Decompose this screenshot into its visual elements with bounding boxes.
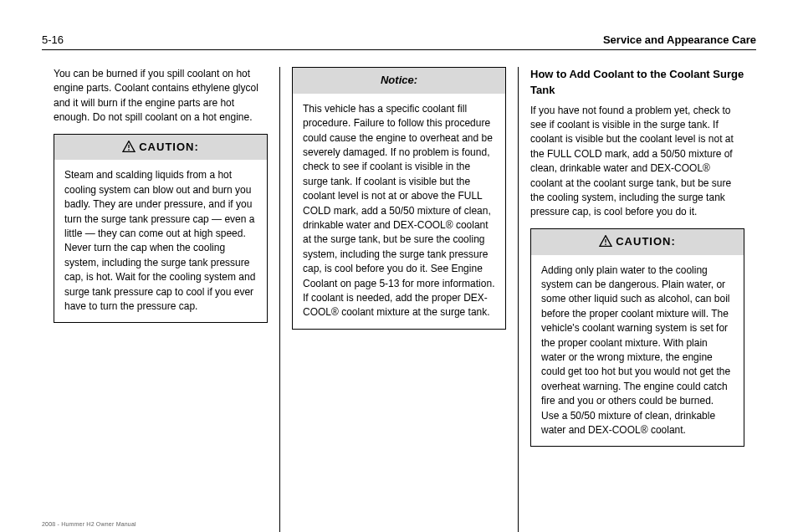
notice-box: Notice: This vehicle has a specific cool…: [292, 67, 506, 330]
caution-label-2: CAUTION:: [616, 235, 676, 248]
warning-triangle-icon: [599, 235, 612, 247]
caution-box: CAUTION: Steam and scalding liquids from…: [54, 134, 268, 324]
column-1: You can be burned if you spill coolant o…: [42, 67, 279, 532]
column-2: Notice: This vehicle has a specific cool…: [279, 67, 518, 532]
svg-point-1: [128, 149, 130, 151]
column-3: How to Add Coolant to the Coolant Surge …: [518, 67, 756, 532]
content-columns: You can be burned if you spill coolant o…: [42, 67, 756, 532]
notice-header: Notice:: [293, 68, 505, 94]
section-title: Service and Appearance Care: [603, 33, 756, 46]
manual-page: 5-16 Service and Appearance Care You can…: [0, 0, 798, 532]
caution-header-2: CAUTION:: [531, 229, 744, 255]
warning-triangle-icon: [122, 141, 136, 152]
caution-body-2: Adding only plain water to the cooling s…: [531, 255, 744, 447]
subheading: How to Add Coolant to the Coolant Surge …: [530, 67, 744, 99]
caution-header: CAUTION:: [54, 135, 267, 161]
page-number: 5-16: [42, 33, 64, 46]
caution-label: CAUTION:: [139, 141, 199, 153]
intro-text: You can be burned if you spill coolant o…: [54, 67, 268, 125]
caution-body: Steam and scalding liquids from a hot co…: [54, 160, 267, 322]
page-header: 5-16 Service and Appearance Care: [42, 33, 756, 50]
notice-body: This vehicle has a specific coolant fill…: [293, 94, 505, 329]
svg-point-3: [605, 243, 606, 245]
caution-box-2: CAUTION: Adding only plain water to the …: [530, 228, 744, 448]
footer-line: 2008 - Hummer H2 Owner Manual: [42, 521, 136, 527]
col3-para1: If you have not found a problem yet, che…: [530, 104, 744, 220]
